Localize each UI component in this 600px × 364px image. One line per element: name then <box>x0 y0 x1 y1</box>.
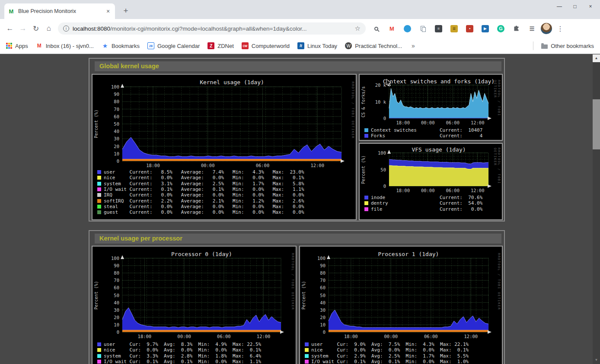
y-tick-label: 100 <box>93 84 119 89</box>
search-extension-icon[interactable] <box>373 25 380 32</box>
bookmarks-overflow-chevron-icon[interactable]: » <box>412 42 415 49</box>
grammarly-extension-icon[interactable]: G <box>497 25 504 32</box>
bookmark-linux-today[interactable]: ltLinux Today <box>297 42 337 49</box>
kernel-usage-graph[interactable]: Kernel usage (1day)RRDTOOL / TOBI OETIKE… <box>92 74 357 220</box>
y-tick-label: 0 <box>93 158 119 164</box>
y-tick-label: 50 <box>300 293 326 298</box>
gmail-extension-icon[interactable]: M <box>388 25 396 32</box>
new-tab-button[interactable]: + <box>120 6 131 16</box>
google-calendar-icon: 28 <box>147 42 154 49</box>
legend-text: Context switches Current: 10407 <box>371 127 482 133</box>
legend-text: nice Current: 0.0% Average: 0.0% Min: 0.… <box>104 175 304 180</box>
close-button[interactable]: × <box>583 1 598 12</box>
browser-toolbar: ← → ↻ ⌂ i localhost:8080/monitorix-cgi/m… <box>0 19 600 38</box>
legend-swatch <box>97 354 101 358</box>
bookmark-label: Bookmarks <box>112 43 140 49</box>
legend-swatch <box>97 187 101 191</box>
legend-row-guest: guest Current: 0.0% Average: 0.0% Min: 0… <box>97 209 304 215</box>
bookmark-zdnet[interactable]: ZZDNet <box>207 42 234 49</box>
minimize-button[interactable]: — <box>552 1 567 12</box>
scrollbar-down-icon[interactable]: ▼ <box>593 356 600 364</box>
extensions-row: M≡≣▪▶G☰ <box>373 25 536 32</box>
rrdtool-watermark: RRDTOOL / TOBI OETIKER <box>493 80 501 126</box>
section-kernel-usage-per-processor: Kernel usage per processor Processor 0 (… <box>89 230 505 364</box>
legend-row-user: user Cur: 9.0% Avg: 7.5% Min: 4.3% Max: … <box>305 342 469 347</box>
page-info-icon[interactable]: i <box>63 25 69 32</box>
y-tick-label: 50 <box>93 121 119 127</box>
camera-extension-icon[interactable]: ▶ <box>482 25 489 32</box>
legend-row-file: file Current: 0.0% <box>364 206 482 212</box>
legend-text: Forks Current: 4 <box>371 133 482 139</box>
legend-row-softirq: softIRQ Current: 2.2% Average: 2.1% Min:… <box>97 198 304 204</box>
database-extension-icon[interactable]: ≣ <box>450 25 458 32</box>
processor-1-graph[interactable]: Processor 1 (1day)RRDTOOL / TOBI OETIKER… <box>299 246 503 364</box>
legend-swatch <box>364 196 368 199</box>
computerworld-icon: CW <box>242 42 249 49</box>
copy-extension-icon[interactable] <box>419 25 427 32</box>
notes-extension-icon[interactable]: ≡ <box>435 25 442 32</box>
legend-text: system Current: 3.1% Average: 2.5% Min: … <box>104 181 304 187</box>
y-tick-label: 20 k <box>360 82 386 88</box>
legend-swatch <box>97 210 101 214</box>
y-tick-label: 10 <box>300 322 326 327</box>
bookmark-label: Practical Technol... <box>355 43 402 49</box>
tab-title: Blue Precision Monitorix <box>18 8 101 14</box>
legend-swatch <box>97 170 101 174</box>
context-switches-graph[interactable]: Context switches and forks (1day)RRDTOOL… <box>359 74 503 141</box>
y-tick-label: 60 <box>93 285 119 290</box>
legend-swatch <box>364 207 368 211</box>
bookmark-label: Inbox (16) - sjvn0... <box>46 43 94 49</box>
url-bar[interactable]: i localhost:8080/monitorix-cgi/monitorix… <box>58 22 366 35</box>
rrdtool-watermark: RRDTOOL / TOBI OETIKER <box>291 253 295 340</box>
y-tick-label: 100 <box>93 256 119 261</box>
scrollbar-up-icon[interactable]: ▲ <box>593 54 600 62</box>
y-tick-label: 20 <box>93 315 119 320</box>
vfs-usage-graph[interactable]: VFS usage (1day)RRDTOOL / TOBI OETIKERPe… <box>359 143 503 220</box>
wordpress-icon: W <box>345 42 352 49</box>
home-button[interactable]: ⌂ <box>42 22 55 35</box>
bookmark-items: MInbox (16) - sjvn0...★Bookmarks28Google… <box>36 42 402 49</box>
monitorix-favicon-icon: M <box>8 8 15 15</box>
page-scrollbar[interactable]: ▲ ▼ <box>593 54 600 364</box>
y-tick-label: 70 <box>300 278 326 283</box>
legend-text: guest Current: 0.0% Average: 0.0% Min: 0… <box>104 209 304 215</box>
other-bookmarks-folder[interactable]: Other bookmarks <box>541 43 594 49</box>
section-global-kernel-usage: Global kernel usage Kernel usage (1day)R… <box>89 58 505 222</box>
y-tick-label: 70 <box>93 278 119 283</box>
legend-text: I/O wait Current: 0.1% Average: 0.1% Min… <box>104 187 304 192</box>
browser-menu-icon[interactable]: ⋮ <box>555 25 566 33</box>
extensions-puzzle-icon[interactable] <box>513 25 520 32</box>
y-tick-label: 0 <box>93 329 119 335</box>
bookmark-star-icon: ★ <box>102 42 109 49</box>
legend-text: user Cur: 9.0% Avg: 7.5% Min: 4.3% Max: … <box>311 342 469 347</box>
y-tick-label: 30 <box>93 307 119 313</box>
bookmark-computerworld[interactable]: CWComputerworld <box>242 42 290 49</box>
reading-list-icon[interactable]: ☰ <box>528 25 536 32</box>
legend-text: softIRQ Current: 2.2% Average: 2.1% Min:… <box>104 198 304 204</box>
bookmark-apps[interactable]: Apps <box>6 43 28 49</box>
reload-button[interactable]: ↻ <box>29 22 42 35</box>
legend-swatch <box>97 205 101 209</box>
maximize-button[interactable]: □ <box>567 1 583 12</box>
back-button[interactable]: ← <box>3 22 16 35</box>
bookmark-practical-technol[interactable]: WPractical Technol... <box>345 42 402 49</box>
bookmark-inbox-16-sjvn0[interactable]: MInbox (16) - sjvn0... <box>36 42 94 49</box>
plot-area <box>325 254 492 336</box>
profile-avatar[interactable] <box>541 23 552 34</box>
y-tick-label: 0 <box>360 116 386 121</box>
bookmark-this-star-icon[interactable]: ☆ <box>355 25 361 32</box>
processor-0-graph[interactable]: Processor 0 (1day)RRDTOOL / TOBI OETIKER… <box>92 246 297 364</box>
legend-swatch <box>97 176 101 180</box>
briefcase-extension-icon[interactable]: ▪ <box>466 25 473 32</box>
rrdtool-watermark: RRDTOOL / TOBI OETIKER <box>351 82 355 169</box>
legend-row-inode: inode Current: 70.6% <box>364 195 482 200</box>
tab-close-icon[interactable]: × <box>105 8 112 15</box>
bookmark-label: Apps <box>15 43 28 49</box>
y-tick-label: 90 <box>93 92 119 97</box>
contact-extension-icon[interactable] <box>404 25 411 32</box>
bookmark-google-calendar[interactable]: 28Google Calendar <box>147 42 200 49</box>
scrollbar-thumb[interactable] <box>593 99 600 149</box>
forward-button[interactable]: → <box>16 22 29 35</box>
browser-tab[interactable]: M Blue Precision Monitorix × <box>4 3 115 19</box>
bookmark-bookmarks[interactable]: ★Bookmarks <box>102 42 140 49</box>
